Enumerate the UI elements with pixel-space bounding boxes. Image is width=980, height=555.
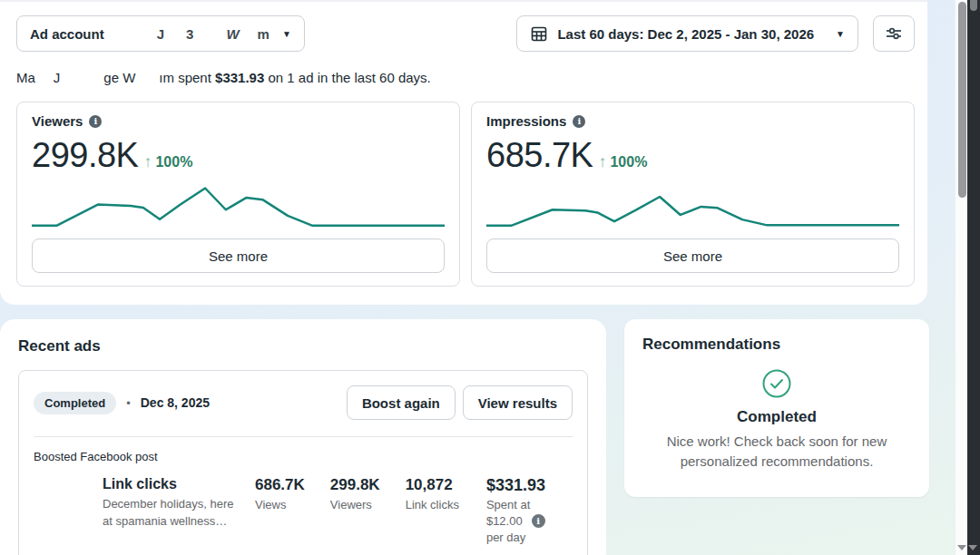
overview-section: Ad account J 3 W m ▼ Last 60 days: Dec bbox=[0, 0, 927, 305]
ad-stats: 686.7K Views 299.8K Viewers 10,872 Link … bbox=[255, 476, 485, 511]
spend-daily-budget: $12.00 bbox=[486, 514, 523, 528]
spend-summary-block: $331.93 Spent at $12.00 i per day bbox=[486, 476, 545, 544]
stat-value: 10,872 bbox=[406, 476, 459, 494]
recommendations-title: Recommendations bbox=[642, 336, 911, 354]
scroll-down-arrow-icon[interactable] bbox=[968, 545, 977, 550]
viewers-trend-chart bbox=[32, 182, 445, 228]
date-range-dropdown[interactable]: Last 60 days: Dec 2, 2025 - Jan 30, 2026… bbox=[516, 15, 858, 52]
summary-fragment: on 1 ad in the last 60 days. bbox=[264, 70, 430, 85]
stat-views: 686.7K Views bbox=[255, 476, 305, 511]
spend-line: Spent at bbox=[486, 498, 545, 511]
stat-label: Views bbox=[255, 498, 305, 511]
outer-scrollbar-thumb[interactable] bbox=[970, 0, 977, 11]
sliders-icon bbox=[885, 24, 903, 43]
impressions-card: Impressions i 685.7K ↑ 100% See more bbox=[471, 102, 915, 287]
divider bbox=[34, 436, 573, 437]
check-circle-icon bbox=[761, 368, 792, 399]
boost-again-button[interactable]: Boost again bbox=[347, 385, 456, 420]
status-badge: Completed bbox=[34, 392, 116, 414]
ad-description-line: at spamania wellness… bbox=[103, 513, 246, 531]
viewers-card: Viewers i 299.8K ↑ 100% See more bbox=[16, 102, 460, 287]
spend-amount: $331.93 bbox=[486, 476, 545, 495]
adjust-filters-button[interactable] bbox=[873, 15, 915, 52]
recent-ads-title: Recent ads bbox=[18, 337, 588, 355]
summary-spend-amount: $331.93 bbox=[215, 70, 264, 85]
chevron-down-icon: ▼ bbox=[282, 29, 291, 39]
info-icon[interactable]: i bbox=[89, 115, 102, 128]
ad-account-name-fragment: 3 bbox=[186, 26, 193, 42]
ad-type-label: Boosted Facebook post bbox=[34, 450, 573, 463]
spend-summary: MaJge Wım spent $331.93 on 1 ad in the l… bbox=[0, 52, 927, 85]
viewers-value: 299.8K bbox=[32, 136, 138, 175]
ad-account-name-fragment: W bbox=[226, 26, 239, 42]
trend-up-icon: ↑ bbox=[143, 152, 152, 171]
impressions-value: 685.7K bbox=[486, 136, 593, 175]
stat-label: Link clicks bbox=[406, 498, 459, 511]
date-range-label: Last 60 days: Dec 2, 2025 - Jan 30, 2026 bbox=[557, 26, 814, 42]
summary-fragment: Ma bbox=[16, 70, 35, 85]
stat-value: 299.8K bbox=[330, 476, 380, 494]
ad-account-name-fragment: m bbox=[258, 26, 270, 42]
summary-fragment: ım spent bbox=[159, 70, 215, 85]
stat-value: 686.7K bbox=[255, 476, 305, 494]
chevron-down-icon: ▼ bbox=[836, 29, 845, 39]
viewers-card-title: Viewers bbox=[32, 113, 83, 129]
ad-card: Completed • Dec 8, 2025 Boost again View… bbox=[18, 370, 588, 555]
dot-separator: • bbox=[126, 396, 131, 410]
inner-scrollbar-thumb[interactable] bbox=[958, 2, 966, 198]
impressions-see-more-button[interactable]: See more bbox=[486, 239, 899, 273]
info-icon[interactable]: i bbox=[573, 115, 585, 128]
recommendations-message-line: Nice work! Check back soon for new bbox=[642, 432, 911, 452]
ad-card-header: Completed • Dec 8, 2025 Boost again View… bbox=[34, 385, 573, 420]
view-results-button[interactable]: View results bbox=[463, 385, 573, 420]
viewers-see-more-button[interactable]: See more bbox=[32, 239, 445, 273]
ad-thumbnail bbox=[34, 476, 90, 532]
viewers-change: 100% bbox=[155, 154, 192, 170]
ad-description-line: December holidays, here bbox=[103, 496, 246, 513]
header-row: Ad account J 3 W m ▼ Last 60 days: Dec bbox=[0, 2, 927, 52]
ad-account-dropdown[interactable]: Ad account J 3 W m ▼ bbox=[16, 15, 305, 52]
spend-line: per day bbox=[486, 531, 545, 544]
stat-viewers: 299.8K Viewers bbox=[330, 476, 380, 511]
summary-fragment: ge W bbox=[103, 70, 135, 85]
calendar-icon bbox=[530, 24, 548, 43]
impressions-trend-chart bbox=[486, 182, 899, 228]
ad-date: Dec 8, 2025 bbox=[141, 395, 210, 410]
scroll-down-arrow-icon[interactable] bbox=[957, 545, 966, 550]
ad-account-label: Ad account bbox=[30, 26, 104, 42]
ad-account-name-fragment: J bbox=[157, 26, 164, 42]
recommendations-message-line: personalized recommendations. bbox=[642, 452, 911, 472]
recommendations-status: Completed bbox=[642, 408, 911, 426]
outer-scrollbar-track[interactable] bbox=[967, 0, 980, 555]
impressions-change: 100% bbox=[610, 154, 647, 170]
stat-link-clicks: 10,872 Link clicks bbox=[406, 476, 459, 511]
ad-objective: Link clicks bbox=[103, 476, 246, 492]
recommendations-card: Recommendations Completed Nice work! Che… bbox=[624, 319, 929, 497]
trend-up-icon: ↑ bbox=[598, 152, 606, 171]
inner-scrollbar-track[interactable] bbox=[955, 0, 967, 555]
recent-ads-section: Recent ads Completed • Dec 8, 2025 Boost… bbox=[0, 319, 606, 555]
info-icon[interactable]: i bbox=[532, 514, 545, 528]
summary-fragment: J bbox=[54, 70, 61, 85]
ad-row: Link clicks December holidays, here at s… bbox=[34, 476, 573, 544]
metric-cards-row: Viewers i 299.8K ↑ 100% See more Impress… bbox=[16, 102, 915, 287]
header-controls: Last 60 days: Dec 2, 2025 - Jan 30, 2026… bbox=[516, 15, 915, 52]
impressions-card-title: Impressions bbox=[486, 113, 566, 129]
stat-label: Viewers bbox=[330, 498, 380, 511]
